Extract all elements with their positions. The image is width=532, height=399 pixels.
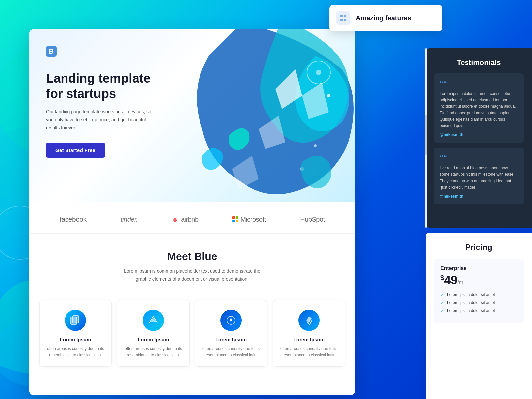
partner-tinder: tinder. xyxy=(121,216,138,223)
partner-hubspot: HubSpot xyxy=(300,216,325,223)
amazing-features-card: Amazing features xyxy=(329,5,442,31)
feature-2-title: Lorem Ipsum xyxy=(124,337,183,342)
amazing-features-title: Amazing features xyxy=(356,14,411,22)
feature-icon-3 xyxy=(220,310,242,331)
testimonial-author-2: @mikesmith xyxy=(440,194,518,199)
feature-1-title: Lorem Ipsum xyxy=(46,337,105,342)
check-icon-3: ✓ xyxy=(440,308,444,313)
check-icon-2: ✓ xyxy=(440,300,444,305)
plan-feature-2: ✓ Lorem ipsum dolor sit amet xyxy=(440,300,517,305)
features-grid: Lorem Ipsum often arouses curiosity due … xyxy=(29,293,355,377)
svg-rect-6 xyxy=(340,19,343,21)
meet-blue-section: Meet Blue Lorem ipsum is common placehol… xyxy=(29,234,355,293)
partner-airbnb: airbnb xyxy=(172,216,199,223)
plan-feature-1: ✓ Lorem ipsum dolor sit amet xyxy=(440,292,517,297)
feature-card-4: Lorem Ipsum often arouses curiosity due … xyxy=(273,300,345,367)
partners-row: facebook tinder. airbnb Microsoft HubSpo… xyxy=(46,215,338,223)
plan-name: Enterprise xyxy=(440,265,517,271)
partners-section: facebook tinder. airbnb Microsoft HubSpo… xyxy=(29,202,355,234)
feature-4-desc: often arouses curiosity due to its resem… xyxy=(280,346,338,358)
partner-facebook: facebook xyxy=(60,215,86,223)
plan-price: $49/m xyxy=(440,273,517,287)
quote-mark-2: ““ xyxy=(440,154,518,162)
main-landing-card: B Landing template for startups Our land… xyxy=(29,29,355,395)
hero-content: B Landing template for startups Our land… xyxy=(29,29,355,158)
logo: B xyxy=(46,46,57,57)
enterprise-plan: Enterprise $49/m ✓ Lorem ipsum dolor sit… xyxy=(434,259,524,323)
feature-card-1: Lorem Ipsum often arouses curiosity due … xyxy=(39,300,112,367)
pricing-title: Pricing xyxy=(434,243,524,252)
get-started-button[interactable]: Get Started Free xyxy=(46,143,105,158)
testimonials-title: Testimonials xyxy=(434,58,524,67)
svg-rect-7 xyxy=(344,19,346,21)
testimonials-panel: Testimonials ““ Lorem ipsum dolor sit am… xyxy=(426,48,532,228)
meet-blue-title: Meet Blue xyxy=(46,250,338,263)
svg-rect-4 xyxy=(340,15,343,17)
feature-card-2: Lorem Ipsum often arouses curiosity due … xyxy=(117,300,190,367)
feature-card-3: Lorem Ipsum often arouses curiosity due … xyxy=(195,300,267,367)
testimonial-card-1: ““ Lorem ipsum dolor sit amet, consectet… xyxy=(434,73,524,143)
testimonial-text-1: Lorem ipsum dolor sit amet, consectetur … xyxy=(440,91,518,129)
svg-point-18 xyxy=(230,319,232,321)
feature-3-desc: often arouses curiosity due to its resem… xyxy=(202,346,260,358)
feature-4-title: Lorem Ipsum xyxy=(280,337,338,342)
feature-icon-2 xyxy=(143,310,164,331)
meet-blue-description: Lorem ipsum is common placeholder text u… xyxy=(122,267,262,283)
svg-rect-16 xyxy=(73,316,79,323)
feature-3-title: Lorem Ipsum xyxy=(202,337,260,342)
amazing-features-icon xyxy=(336,11,350,25)
feature-2-desc: often arouses curiosity due to its resem… xyxy=(124,346,183,358)
svg-rect-5 xyxy=(344,15,346,17)
feature-1-desc: often arouses curiosity due to its resem… xyxy=(46,346,105,358)
testimonial-author-1: @mikesmith xyxy=(440,132,518,137)
partner-microsoft: Microsoft xyxy=(232,216,266,223)
pricing-panel: Pricing Enterprise $49/m ✓ Lorem ipsum d… xyxy=(426,233,532,399)
feature-icon-1 xyxy=(65,310,86,331)
hero-section: B Landing template for startups Our land… xyxy=(29,29,355,202)
check-icon-1: ✓ xyxy=(440,292,444,297)
plan-feature-3: ✓ Lorem ipsum dolor sit amet xyxy=(440,308,517,313)
quote-mark-1: ““ xyxy=(440,79,518,88)
feature-icon-4 xyxy=(298,310,320,331)
testimonial-card-2: ““ I've read a ton of blog posts about h… xyxy=(434,148,524,204)
hero-title: Landing template for startups xyxy=(46,71,159,101)
scrollbar-thumb[interactable] xyxy=(425,115,427,155)
hero-subtitle: Our landing page template works on all d… xyxy=(46,108,152,132)
svg-text:B: B xyxy=(49,48,53,55)
testimonial-text-2: I've read a ton of blog posts about how … xyxy=(440,165,518,191)
scrollbar-track[interactable] xyxy=(425,48,427,228)
